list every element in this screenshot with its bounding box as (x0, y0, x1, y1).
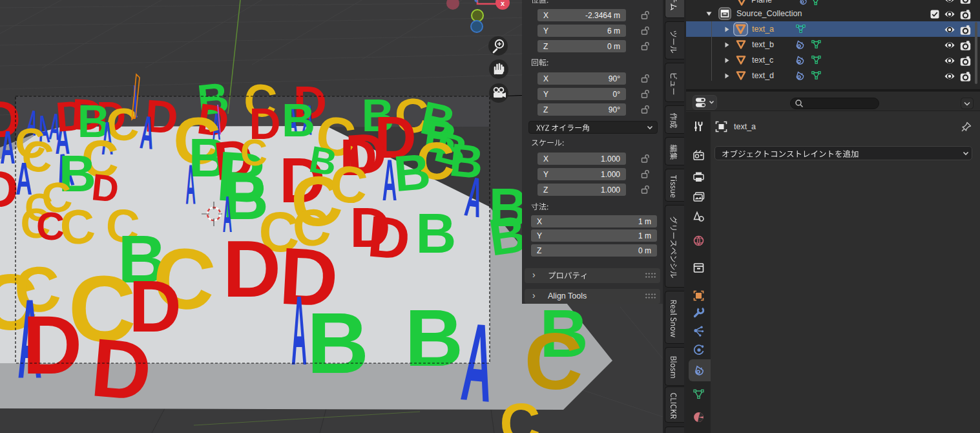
svg-text:x: x (501, 0, 505, 7)
